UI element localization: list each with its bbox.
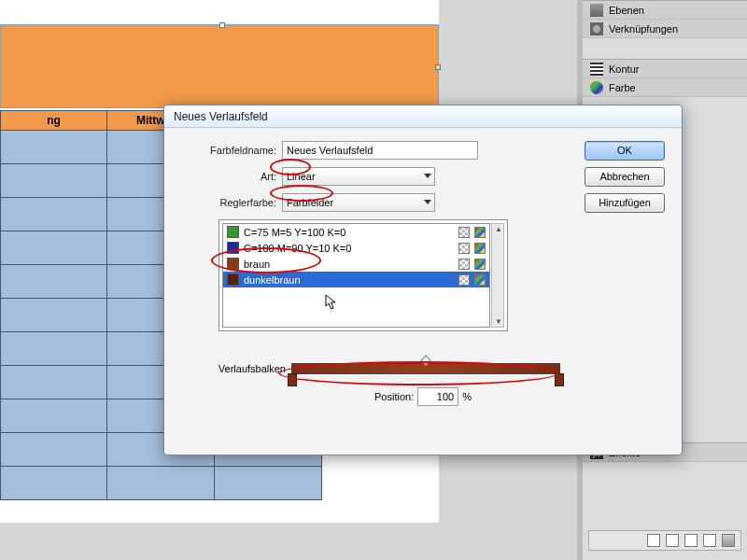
panel-label: Ebenen <box>609 5 644 16</box>
swatch-row[interactable]: braun <box>223 256 489 272</box>
panel-stroke[interactable]: Kontur <box>583 60 747 78</box>
gradient-type-value: Linear <box>287 171 316 182</box>
link-icon <box>590 22 603 35</box>
swatch-chip-icon <box>227 242 239 254</box>
new-page-icon[interactable] <box>684 534 698 547</box>
gradient-midpoint-handle[interactable] <box>420 355 430 365</box>
panel-layers[interactable]: Ebenen <box>583 1 747 20</box>
swatch-listbox[interactable]: C=75 M=5 Y=100 K=0C=100 M=90 Y=10 K=0bra… <box>218 219 508 331</box>
gradient-type-label: Art: <box>179 171 282 182</box>
new-gradient-swatch-dialog: Neues Verlaufsfeld OK Abbrechen Hinzufüg… <box>163 105 683 455</box>
new-page-icon[interactable] <box>666 534 679 547</box>
swatch-name-input[interactable]: Neues Verlaufsfeld <box>282 141 478 160</box>
swatch-name-label: Farbfeldname: <box>179 145 282 156</box>
panel-label: Kontur <box>609 63 639 75</box>
chevron-down-icon <box>424 200 431 204</box>
panel-links[interactable]: Verknüpfungen <box>583 20 747 38</box>
swatch-row[interactable]: C=75 M=5 Y=100 K=0 <box>223 224 489 240</box>
layers-icon <box>590 4 603 17</box>
swatch-model-icon <box>474 227 486 238</box>
panel-footer-toolbar <box>588 530 741 551</box>
swatch-mode-icon <box>458 274 470 286</box>
swatch-chip-icon <box>227 273 239 286</box>
position-input[interactable]: 100 <box>417 387 458 406</box>
ok-button[interactable]: OK <box>585 141 665 161</box>
weekday-cell[interactable]: ng <box>0 110 107 131</box>
dialog-titlebar[interactable]: Neues Verlaufsfeld <box>164 105 682 128</box>
new-item-icon[interactable] <box>703 534 716 547</box>
selection-handle[interactable] <box>435 64 441 70</box>
position-unit: % <box>462 391 472 402</box>
swatch-name: C=100 M=90 Y=10 K=0 <box>244 243 454 254</box>
swatch-row[interactable]: dunkelbraun <box>223 272 489 287</box>
swatch-row[interactable]: C=100 M=90 Y=10 K=0 <box>223 240 489 256</box>
stop-color-label: Reglerfarbe: <box>179 197 282 208</box>
cancel-button[interactable]: Abbrechen <box>585 167 665 187</box>
panel-color[interactable]: Farbe <box>583 78 747 97</box>
chevron-down-icon <box>424 174 431 178</box>
panel-label: Verknüpfungen <box>609 23 678 35</box>
swatch-model-icon <box>474 274 486 286</box>
add-button[interactable]: Hinzufügen <box>585 193 665 213</box>
swatch-model-icon <box>474 243 486 254</box>
gradient-stop-left[interactable] <box>288 373 297 386</box>
gradient-ramp[interactable] <box>291 363 560 374</box>
stroke-icon <box>590 63 603 76</box>
swatch-model-icon <box>474 259 486 270</box>
trash-icon[interactable] <box>722 534 735 547</box>
new-page-icon[interactable] <box>647 534 660 547</box>
selected-header-cell[interactable] <box>0 24 439 108</box>
swatch-chip-icon <box>227 226 239 238</box>
swatch-mode-icon <box>458 227 470 238</box>
swatch-mode-icon <box>458 243 470 254</box>
swatch-chip-icon <box>227 258 239 270</box>
swatch-mode-icon <box>458 259 470 270</box>
gradient-ramp-label: Verlaufsbalken <box>179 363 291 374</box>
palette-icon <box>590 81 603 94</box>
swatch-name: braun <box>244 259 454 270</box>
position-label: Position: <box>374 391 414 402</box>
scrollbar[interactable] <box>491 223 504 328</box>
dialog-button-column: OK Abbrechen Hinzufügen <box>585 141 665 219</box>
gradient-stop-right[interactable] <box>555 373 564 386</box>
selection-handle[interactable] <box>219 22 225 28</box>
gradient-type-select[interactable]: Linear <box>282 167 435 186</box>
stop-color-select[interactable]: Farbfelder <box>282 193 435 212</box>
swatch-name: C=75 M=5 Y=100 K=0 <box>244 227 454 238</box>
panel-label: Farbe <box>609 82 636 93</box>
stop-color-value: Farbfelder <box>287 197 333 208</box>
swatch-name: dunkelbraun <box>244 274 454 286</box>
